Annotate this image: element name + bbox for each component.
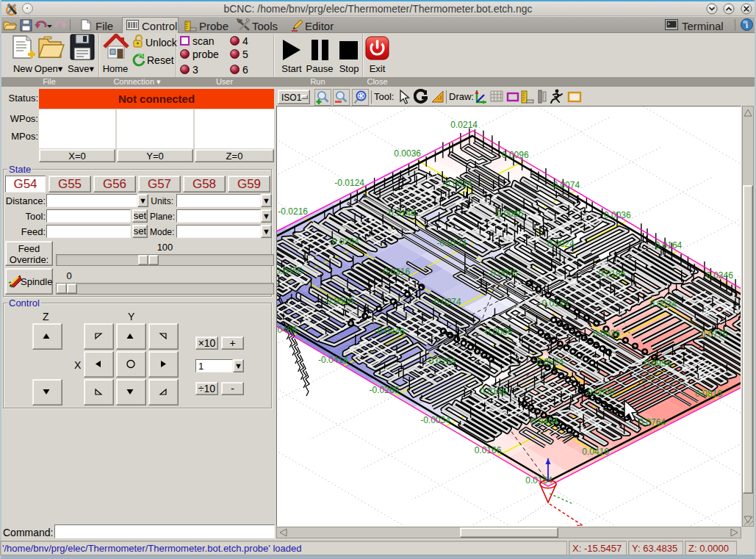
svg-text:0.0636: 0.0636	[593, 328, 620, 339]
svg-text:-0.0174: -0.0174	[436, 238, 467, 248]
svg-text:-0.0216: -0.0216	[278, 206, 308, 217]
svg-text:-0.0274: -0.0274	[431, 297, 461, 307]
svg-text:0.0024: 0.0024	[547, 239, 575, 249]
svg-text:i: i	[746, 21, 748, 29]
svg-text:0.0416: 0.0416	[582, 447, 609, 457]
svg-text:0.0096: 0.0096	[502, 150, 529, 160]
svg-text:0.0164: 0.0164	[655, 240, 683, 250]
svg-text:-0.0146: -0.0146	[386, 208, 416, 218]
svg-text:-0.0024: -0.0024	[442, 178, 472, 189]
svg-text:-0.0456: -0.0456	[277, 266, 303, 276]
svg-text:0.0494: 0.0494	[531, 416, 558, 427]
svg-text:0.0776: 0.0776	[701, 329, 728, 339]
svg-text:0.0214: 0.0214	[450, 120, 478, 130]
svg-text:-0.0204: -0.0204	[426, 356, 456, 367]
svg-text:0.0006: 0.0006	[486, 327, 513, 337]
svg-text:0.0174: 0.0174	[542, 298, 569, 309]
svg-text:-0.0124: -0.0124	[334, 178, 364, 188]
svg-text:0.0534: 0.0534	[649, 299, 677, 309]
svg-text:0.0524: 0.0524	[536, 357, 564, 367]
svg-text:-0.0066: -0.0066	[493, 209, 523, 219]
svg-text:-0.0504: -0.0504	[323, 296, 353, 306]
svg-text:0.0764: 0.0764	[638, 417, 666, 428]
svg-text:0.0186: 0.0186	[599, 269, 626, 279]
svg-text:0.0954: 0.0954	[644, 358, 672, 369]
svg-text:0.0856: 0.0856	[588, 387, 615, 397]
svg-text:-0.0446: -0.0446	[375, 326, 405, 336]
svg-text:0.0146: 0.0146	[480, 386, 507, 397]
svg-text:0.0346: 0.0346	[706, 270, 733, 281]
svg-text:-0.0076: -0.0076	[488, 268, 518, 278]
svg-text:-0.0316: -0.0316	[380, 267, 410, 277]
svg-text:-0.0294: -0.0294	[329, 237, 359, 247]
svg-text:0.0036: 0.0036	[394, 148, 421, 159]
svg-text:0.0816: 0.0816	[695, 389, 722, 399]
svg-text:-0.0486: -0.0486	[277, 325, 297, 335]
